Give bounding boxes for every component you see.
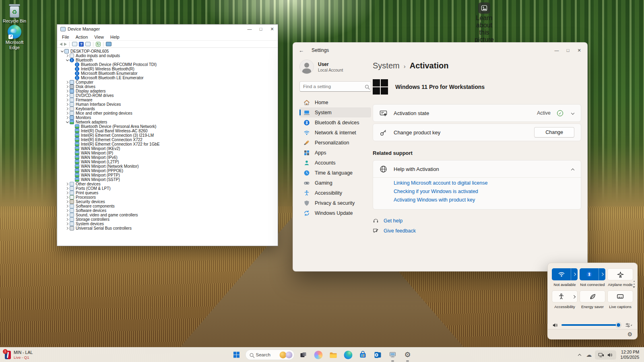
- tile-energy-saver[interactable]: [580, 290, 605, 302]
- menu-action[interactable]: Action: [72, 35, 91, 39]
- device-manager-taskbar-button[interactable]: [387, 349, 399, 361]
- dm-maximize-button[interactable]: □: [255, 25, 266, 33]
- device-tree-item[interactable]: Firmware: [57, 98, 278, 102]
- audio-output-button[interactable]: [624, 322, 633, 328]
- sidebar-item-network-internet[interactable]: Network & internet: [299, 128, 371, 138]
- sidebar-item-windows-update[interactable]: Windows Update: [299, 208, 371, 218]
- show-properties-icon[interactable]: [72, 42, 77, 46]
- device-tree-item[interactable]: WAN Miniport (PPTP): [57, 173, 278, 177]
- onedrive-icon[interactable]: ☁: [586, 352, 592, 358]
- expander-icon[interactable]: [65, 192, 70, 194]
- settings-taskbar-button[interactable]: ⚙: [402, 349, 414, 361]
- expander-icon[interactable]: [65, 90, 70, 92]
- device-tree-item[interactable]: Ports (COM & LPT): [57, 186, 278, 191]
- device-tree-item[interactable]: Storage controllers: [57, 217, 278, 222]
- microsoft-store-button[interactable]: [357, 349, 369, 361]
- start-button[interactable]: [231, 349, 243, 361]
- device-tree-item[interactable]: Other devices: [57, 182, 278, 186]
- device-tree-item[interactable]: WAN Miniport (SSTP): [57, 177, 278, 182]
- clock[interactable]: 12:20 PM 1/05/2025: [620, 350, 639, 360]
- copilot-button[interactable]: [312, 349, 324, 361]
- task-view-button[interactable]: [297, 349, 310, 361]
- menu-file[interactable]: File: [59, 35, 72, 39]
- chevron-right-icon[interactable]: [571, 268, 578, 280]
- outlook-button[interactable]: [372, 349, 384, 361]
- desktop-icon-recycle-bin[interactable]: ♻ Recycle Bin: [0, 3, 29, 24]
- device-tree-item[interactable]: System devices: [57, 222, 278, 226]
- settings-titlebar[interactable]: ← Settings — □ ✕: [293, 43, 587, 58]
- device-tree-item[interactable]: Keyboards: [57, 107, 278, 111]
- device-tree-item[interactable]: DESKTOP-ORNL605: [57, 49, 278, 53]
- device-tree-item[interactable]: Mice and other pointing devices: [57, 111, 278, 115]
- sidebar-item-time-language[interactable]: Time & language: [299, 168, 371, 178]
- hidden-icons-chevron[interactable]: [578, 354, 581, 356]
- device-tree-item[interactable]: DVD/CD-ROM drives: [57, 93, 278, 98]
- menu-view[interactable]: View: [91, 35, 107, 39]
- sidebar-item-bluetooth-devices[interactable]: Bluetooth & devices: [299, 117, 371, 128]
- device-tree-item[interactable]: Human Interface Devices: [57, 102, 278, 107]
- dm-minimize-button[interactable]: —: [244, 25, 255, 33]
- sidebar-item-home[interactable]: Home: [299, 97, 371, 107]
- gear-icon[interactable]: ⚙: [627, 331, 632, 337]
- device-tree-item[interactable]: Software devices: [57, 208, 278, 213]
- settings-maximize-button[interactable]: □: [562, 46, 574, 54]
- expander-icon[interactable]: [65, 81, 70, 83]
- expander-icon[interactable]: [65, 112, 70, 114]
- change-button[interactable]: Change: [534, 127, 574, 138]
- file-explorer-button[interactable]: [327, 349, 339, 361]
- scan-hardware-icon[interactable]: ↻: [96, 42, 101, 47]
- expander-icon[interactable]: [65, 218, 70, 220]
- chevron-right-icon[interactable]: [599, 268, 605, 280]
- expander-icon[interactable]: [65, 223, 70, 225]
- sidebar-item-system[interactable]: System: [299, 107, 371, 117]
- expander-icon[interactable]: [65, 103, 70, 105]
- get-help-link[interactable]: Get help: [373, 218, 581, 224]
- device-tree-item[interactable]: Bluetooth Device (Personal Area Network): [57, 124, 278, 129]
- sidebar-item-privacy-security[interactable]: Privacy & security: [299, 198, 371, 208]
- expander-icon[interactable]: [65, 196, 70, 198]
- back-button[interactable]: ←: [299, 47, 309, 53]
- sidebar-item-apps[interactable]: Apps: [299, 148, 371, 158]
- expander-icon[interactable]: [60, 50, 64, 53]
- expander-icon[interactable]: [65, 95, 70, 97]
- sidebar-item-accounts[interactable]: Accounts: [299, 158, 371, 168]
- chevron-down-icon[interactable]: [571, 111, 574, 115]
- expander-icon[interactable]: [65, 183, 70, 185]
- find-a-setting-searchbox[interactable]: [299, 81, 371, 92]
- help-link[interactable]: Activating Windows with product key: [394, 197, 574, 203]
- device-tree-item[interactable]: Computer: [57, 80, 278, 84]
- help-with-activation-header[interactable]: Help with Activation: [373, 160, 581, 177]
- help-icon[interactable]: ?: [79, 42, 84, 47]
- page-indicator[interactable]: [633, 281, 635, 288]
- sidebar-item-accessibility[interactable]: Accessibility: [299, 188, 371, 198]
- edge-button[interactable]: [342, 349, 354, 361]
- tile-live-captions[interactable]: [607, 290, 633, 302]
- dm-titlebar[interactable]: Device Manager — □ ✕: [57, 25, 278, 33]
- device-tree-item[interactable]: WAN Miniport (IP): [57, 151, 278, 155]
- expander-icon[interactable]: [65, 214, 70, 216]
- device-tree-item[interactable]: WAN Miniport (IPv6): [57, 155, 278, 160]
- expander-icon[interactable]: [65, 108, 70, 110]
- chevron-up-icon[interactable]: [571, 167, 574, 171]
- expander-icon[interactable]: [65, 227, 70, 229]
- device-tree-item[interactable]: Intel(R) Ethernet Connection X722 for 1G…: [57, 142, 278, 146]
- volume-knob[interactable]: [616, 323, 621, 328]
- device-tree-item[interactable]: Audio inputs and outputs: [57, 53, 278, 58]
- device-tree-item[interactable]: WAN Miniport (IKEv2): [57, 146, 278, 151]
- sidebar-item-gaming[interactable]: Gaming: [299, 178, 371, 188]
- user-account-row[interactable]: User Local Account: [299, 60, 371, 74]
- expander-icon[interactable]: [65, 117, 70, 119]
- settings-close-button[interactable]: ✕: [574, 46, 585, 54]
- list-view-icon[interactable]: [85, 42, 91, 46]
- expander-icon[interactable]: [65, 55, 70, 57]
- device-tree-item[interactable]: Disk drives: [57, 84, 278, 89]
- device-tree-item[interactable]: WAN Miniport (Network Monitor): [57, 164, 278, 169]
- device-tree-item[interactable]: Intel(R) Ethernet Connection X722: [57, 138, 278, 142]
- back-icon[interactable]: [60, 43, 62, 46]
- device-tree-item[interactable]: Processors: [57, 195, 278, 200]
- expander-icon[interactable]: [65, 201, 70, 203]
- expander-icon[interactable]: [65, 210, 70, 212]
- device-tree-item[interactable]: Microsoft Bluetooth LE Enumerator: [57, 76, 278, 80]
- device-tree-item[interactable]: Bluetooth Device (RFCOMM Protocol TDI): [57, 62, 278, 67]
- network-volume-button[interactable]: [595, 350, 616, 360]
